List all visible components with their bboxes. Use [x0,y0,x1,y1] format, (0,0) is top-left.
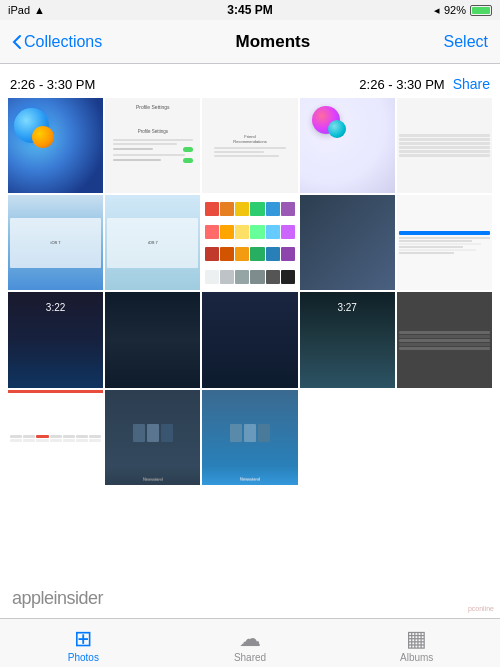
photo-thumb-16[interactable] [8,390,103,485]
photo-thumb-14[interactable] [300,292,395,387]
shared-icon: ☁ [239,628,261,650]
section-header: 2:26 - 3:30 PM 2:26 - 3:30 PM Share [4,72,496,98]
content-area: 2:26 - 3:30 PM 2:26 - 3:30 PM Share Prof… [0,64,500,618]
photo-thumb-10[interactable] [397,195,492,290]
photo-empty-1 [300,390,395,485]
tab-albums[interactable]: ▦ Albums [333,624,500,663]
photo-thumb-4[interactable] [300,98,395,193]
photo-thumb-17[interactable]: Newsstand [105,390,200,485]
photo-thumb-12[interactable] [105,292,200,387]
wifi-icon: ▲ [34,4,45,16]
photo-thumb-3[interactable]: FriendRecommendations [202,98,297,193]
albums-icon: ▦ [406,628,427,650]
photo-grid-row2: iOS 7 iOS 7 [4,195,496,290]
tab-photos[interactable]: ⊞ Photos [0,624,167,663]
photo-thumb-8[interactable] [202,195,297,290]
share-button[interactable]: Share [453,76,490,92]
section-date-right: 2:26 - 3:30 PM [359,77,444,92]
photos-tab-label: Photos [68,652,99,663]
tab-shared[interactable]: ☁ Shared [167,624,334,663]
section-date-left: 2:26 - 3:30 PM [10,77,95,92]
status-left: iPad ▲ [8,4,45,16]
photo-thumb-9[interactable] [300,195,395,290]
photo-empty-2 [397,390,492,485]
back-button[interactable]: Collections [12,33,102,51]
photo-thumb-1[interactable] [8,98,103,193]
back-label: Collections [24,33,102,51]
photo-thumb-2[interactable]: Profile Settings [105,98,200,193]
photo-thumb-13[interactable] [202,292,297,387]
status-time: 3:45 PM [227,3,272,17]
battery-icon [470,5,492,16]
albums-tab-label: Albums [400,652,433,663]
photo-thumb-7[interactable]: iOS 7 [105,195,200,290]
photo-grid-row3 [4,292,496,387]
carrier-label: iPad [8,4,30,16]
nav-title: Moments [236,32,311,52]
watermark: pconline [468,604,494,613]
nav-bar: Collections Moments Select [0,20,500,64]
photo-grid-row4: Newsstand Newsstand [4,390,496,485]
photos-icon: ⊞ [74,628,92,650]
battery-label: 92% [444,4,466,16]
photo-thumb-18[interactable]: Newsstand [202,390,297,485]
brand-label: appleinsider [12,588,103,609]
location-icon: ◂ [434,4,440,17]
tab-bar: ⊞ Photos ☁ Shared ▦ Albums [0,618,500,667]
shared-tab-label: Shared [234,652,266,663]
status-bar: iPad ▲ 3:45 PM ◂ 92% [0,0,500,20]
photo-grid-row1: Profile Settings [4,98,496,193]
photo-thumb-11[interactable] [8,292,103,387]
select-button[interactable]: Select [444,33,488,51]
status-right: ◂ 92% [434,4,492,17]
photo-thumb-5[interactable] [397,98,492,193]
photo-thumb-15[interactable] [397,292,492,387]
photo-thumb-6[interactable]: iOS 7 [8,195,103,290]
